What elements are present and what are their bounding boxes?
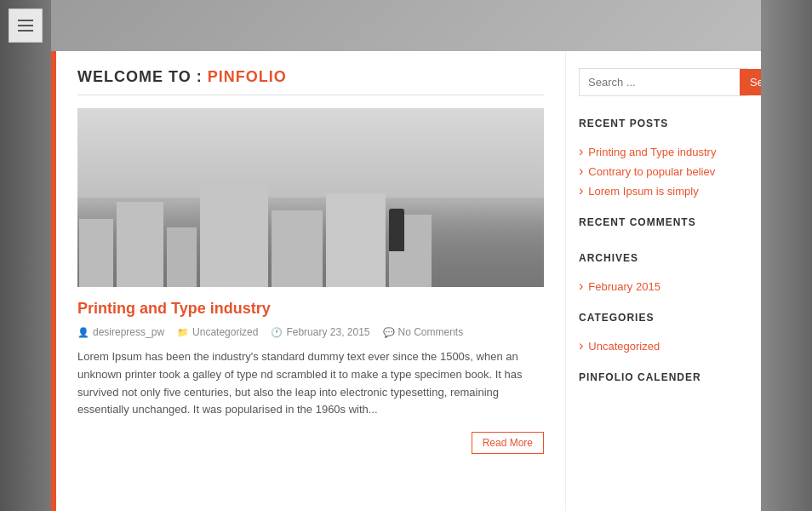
archives-list: February 2015 (579, 279, 748, 293)
list-item: Uncategorized (579, 339, 748, 353)
list-item: Lorem Ipsum is simply (579, 184, 748, 198)
archives-section: ARCHIVES February 2015 (579, 252, 748, 293)
list-item: February 2015 (579, 279, 748, 293)
recent-comments-heading: RECENT COMMENTS (579, 216, 748, 233)
search-box: Search (579, 68, 748, 96)
calendar-section: PINFOLIO CALENDER (579, 371, 748, 388)
site-title: WELCOME TO : PINFOLIO (77, 68, 544, 95)
meta-author: 👤 desirepress_pw (77, 326, 164, 338)
site-title-accent: PINFOLIO (208, 68, 287, 85)
recent-posts-list: Printing and Type industry Contrary to p… (579, 145, 748, 198)
figure-person (389, 209, 404, 251)
recent-post-link-1[interactable]: Printing and Type industry (588, 146, 716, 158)
sidebar: Search RECENT POSTS Printing and Type in… (565, 51, 761, 511)
category-icon: 📁 (177, 327, 189, 338)
site-title-prefix: WELCOME TO : (77, 68, 208, 85)
categories-section: CATEGORIES Uncategorized (579, 312, 748, 353)
recent-post-link-3[interactable]: Lorem Ipsum is simply (588, 185, 698, 198)
search-input[interactable] (580, 69, 740, 95)
hamburger-icon (18, 20, 33, 32)
image-buildings (77, 189, 544, 288)
author-icon: 👤 (77, 327, 89, 338)
meta-comments: 💬 No Comments (383, 326, 464, 338)
recent-comments-section: RECENT COMMENTS (579, 216, 748, 233)
main-wrapper: WELCOME TO : PINFOLIO Printing and Type … (51, 51, 761, 511)
recent-posts-heading: RECENT POSTS (579, 118, 748, 135)
read-more-wrap: Read More (77, 432, 544, 462)
comment-icon: 💬 (383, 327, 395, 338)
image-sky (77, 108, 544, 198)
post-title[interactable]: Printing and Type industry (77, 300, 544, 318)
post-meta: 👤 desirepress_pw 📁 Uncategorized 🕐 Febru… (77, 326, 544, 338)
search-button[interactable]: Search (740, 69, 761, 95)
categories-heading: CATEGORIES (579, 312, 748, 329)
list-item: Printing and Type industry (579, 145, 748, 158)
list-item: Contrary to popular believ (579, 164, 748, 178)
read-more-button[interactable]: Read More (472, 432, 544, 454)
recent-post-link-2[interactable]: Contrary to popular believ (588, 165, 715, 178)
archives-heading: ARCHIVES (579, 252, 748, 269)
meta-category: 📁 Uncategorized (177, 326, 258, 338)
meta-date: 🕐 February 23, 2015 (271, 326, 369, 338)
archive-link-1[interactable]: February 2015 (588, 280, 660, 293)
category-link-1[interactable]: Uncategorized (588, 340, 660, 353)
bg-left (0, 0, 51, 511)
clock-icon: 🕐 (271, 327, 283, 338)
categories-list: Uncategorized (579, 339, 748, 353)
post-excerpt: Lorem Ipsum has been the industry's stan… (77, 348, 544, 419)
recent-posts-section: RECENT POSTS Printing and Type industry … (579, 118, 748, 198)
post-featured-image (77, 108, 544, 287)
menu-button[interactable] (9, 9, 43, 43)
content-area: WELCOME TO : PINFOLIO Printing and Type … (56, 51, 565, 511)
bg-right (761, 0, 812, 511)
calendar-heading: PINFOLIO CALENDER (579, 371, 748, 388)
